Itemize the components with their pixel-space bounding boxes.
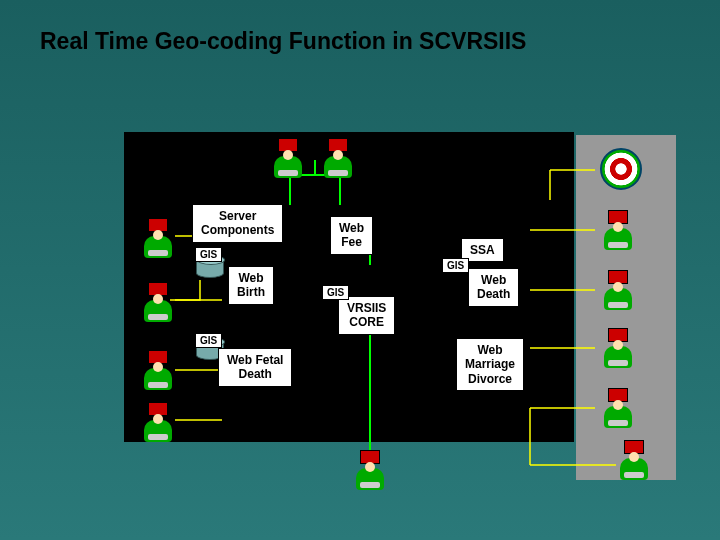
user-icon: [600, 270, 636, 310]
gis-tag: GIS: [322, 285, 349, 300]
user-icon: [270, 138, 306, 178]
user-icon: [616, 440, 652, 480]
gis-tag: GIS: [195, 333, 222, 348]
user-icon: [140, 218, 176, 258]
agency-seal-icon: [600, 148, 642, 190]
gis-tag: GIS: [442, 258, 469, 273]
box-server-components: Server Components: [192, 204, 283, 243]
box-web-birth: Web Birth: [228, 266, 274, 305]
slide-title: Real Time Geo-coding Function in SCVRSII…: [40, 28, 526, 55]
box-web-death: Web Death: [468, 268, 519, 307]
box-web-marriage-divorce: Web Marriage Divorce: [456, 338, 524, 391]
box-web-fetal-death: Web Fetal Death: [218, 348, 292, 387]
user-icon: [140, 350, 176, 390]
box-vrsiis-core: VRSIIS CORE: [338, 296, 395, 335]
gis-tag: GIS: [195, 247, 222, 262]
user-icon: [140, 282, 176, 322]
user-icon: [600, 210, 636, 250]
user-icon: [320, 138, 356, 178]
box-web-fee: Web Fee: [330, 216, 373, 255]
user-icon: [352, 450, 388, 490]
user-icon: [600, 328, 636, 368]
user-icon: [600, 388, 636, 428]
user-icon: [140, 402, 176, 442]
